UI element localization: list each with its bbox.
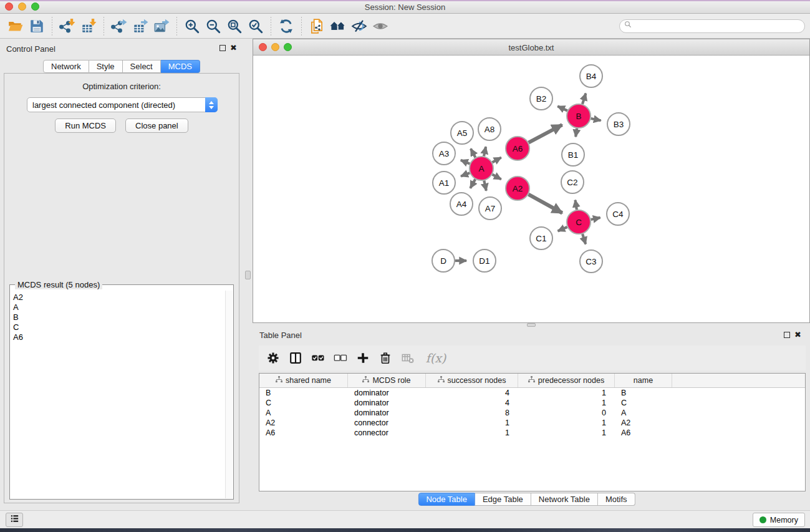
table-row[interactable]: A6connector11A6 <box>259 428 805 438</box>
graph-edge-C-C3[interactable] <box>582 234 586 244</box>
column-header-predecessor-nodes[interactable]: predecessor nodes <box>518 374 615 387</box>
birdseye-view-icon[interactable] <box>370 16 391 36</box>
table-cell[interactable]: 4 <box>426 398 518 408</box>
table-cell[interactable]: connector <box>348 418 426 428</box>
run-mcds-button[interactable]: Run MCDS <box>55 118 116 133</box>
open-session-icon[interactable] <box>5 16 26 36</box>
import-table-icon[interactable] <box>78 16 99 36</box>
toggle-columns-icon[interactable] <box>286 349 305 367</box>
mcds-result-item[interactable]: A <box>13 302 225 312</box>
zoom-fit-icon[interactable] <box>224 16 245 36</box>
home-layout-icon[interactable] <box>327 16 349 36</box>
network-window-titlebar[interactable]: testGlobe.txt <box>253 39 809 56</box>
mcds-result-item[interactable]: B <box>13 312 225 322</box>
table-cell[interactable]: 1 <box>518 388 615 398</box>
graph-edge-A-A5[interactable] <box>471 149 476 158</box>
export-table-icon[interactable] <box>130 16 151 36</box>
network-canvas[interactable]: B4B2BB3A8A5A6A3B1AC2A1A2A4A7C4CC1C3DD1 <box>253 56 809 322</box>
table-row[interactable]: Adominator80A <box>259 408 805 418</box>
zoom-out-icon[interactable] <box>203 16 224 36</box>
table-cell[interactable]: A6 <box>259 428 348 438</box>
tab-select[interactable]: Select <box>123 60 161 73</box>
table-cell[interactable]: A <box>615 408 672 418</box>
graph-edge-B-B4[interactable] <box>582 94 586 104</box>
table-cell[interactable]: 1 <box>426 418 518 428</box>
graph-edge-A-A3[interactable] <box>461 160 470 164</box>
float-panel-icon[interactable] <box>784 332 790 338</box>
result-scrollbar[interactable] <box>225 291 233 498</box>
tab-mcds[interactable]: MCDS <box>161 60 200 73</box>
tab-motifs[interactable]: Motifs <box>598 493 635 506</box>
close-panel-icon[interactable]: ✖ <box>794 330 801 339</box>
table-cell[interactable]: A6 <box>615 428 672 438</box>
refresh-icon[interactable] <box>276 16 297 36</box>
column-header-name[interactable]: name <box>615 374 672 387</box>
tab-network[interactable]: Network <box>43 60 89 73</box>
copy-network-view-icon[interactable] <box>306 16 327 36</box>
tab-style[interactable]: Style <box>89 60 123 73</box>
table-cell[interactable]: 8 <box>426 408 518 418</box>
column-header-MCDS-role[interactable]: MCDS role <box>348 374 426 387</box>
zoom-selected-icon[interactable] <box>245 16 266 36</box>
graph-edge-A-A2[interactable] <box>493 175 501 180</box>
table-cell[interactable]: B <box>615 388 672 398</box>
hide-graphics-details-icon[interactable] <box>349 16 370 36</box>
tab-edge-table[interactable]: Edge Table <box>475 493 531 506</box>
table-cell[interactable]: 1 <box>518 428 615 438</box>
search-input[interactable] <box>634 21 804 32</box>
graph-edge-A-A7[interactable] <box>484 181 486 191</box>
column-header-successor-nodes[interactable]: successor nodes <box>426 374 518 387</box>
select-all-rows-icon[interactable] <box>309 349 327 367</box>
graph-edge-B-B2[interactable] <box>557 106 567 110</box>
table-cell[interactable]: B <box>259 388 348 398</box>
graph-edge-C-C1[interactable] <box>558 227 567 231</box>
table-cell[interactable]: 1 <box>518 418 615 428</box>
save-session-icon[interactable] <box>26 16 47 36</box>
graph-edge-C-C4[interactable] <box>591 218 600 220</box>
float-panel-icon[interactable] <box>219 45 226 51</box>
graph-edge-B-B1[interactable] <box>576 128 577 137</box>
table-cell[interactable]: dominator <box>348 398 426 408</box>
table-row[interactable]: Cdominator41C <box>259 398 805 408</box>
mcds-result-item[interactable]: A6 <box>13 332 225 342</box>
tab-node-table[interactable]: Node Table <box>418 493 475 506</box>
table-cell[interactable]: 0 <box>518 408 615 418</box>
mcds-result-list[interactable]: A2ABCA6 <box>11 291 225 498</box>
table-cell[interactable]: connector <box>348 428 426 438</box>
graph-edge-A2-C[interactable] <box>529 195 562 213</box>
criterion-dropdown[interactable]: largest connected component (directed) <box>27 97 218 112</box>
task-history-button[interactable] <box>6 513 23 527</box>
table-cell[interactable]: C <box>259 398 348 408</box>
close-panel-button[interactable]: Close panel <box>125 118 188 133</box>
table-cell[interactable]: C <box>615 398 672 408</box>
export-network-icon[interactable] <box>108 16 130 36</box>
delete-column-icon[interactable] <box>376 349 395 367</box>
mcds-result-item[interactable]: C <box>13 322 225 332</box>
deselect-all-rows-icon[interactable] <box>331 349 350 367</box>
table-cell[interactable]: dominator <box>348 388 426 398</box>
table-settings-icon[interactable] <box>264 349 282 367</box>
column-header-shared-name[interactable]: shared name <box>259 374 348 387</box>
memory-button[interactable]: Memory <box>753 513 805 527</box>
add-column-icon[interactable] <box>354 349 372 367</box>
divider-grip[interactable] <box>245 271 251 279</box>
table-cell[interactable]: A <box>259 408 348 418</box>
graph-edge-B-B3[interactable] <box>591 118 601 120</box>
graph-edge-A-A6[interactable] <box>493 158 501 163</box>
graph-edge-A-A4[interactable] <box>470 179 475 188</box>
mcds-result-item[interactable]: A2 <box>13 293 225 302</box>
export-image-icon[interactable] <box>151 16 172 36</box>
table-row[interactable]: Bdominator41B <box>259 388 805 398</box>
import-network-icon[interactable] <box>57 16 78 36</box>
table-row[interactable]: A2connector11A2 <box>259 418 805 428</box>
table-cell[interactable]: A2 <box>615 418 672 428</box>
zoom-in-icon[interactable] <box>181 16 203 36</box>
table-cell[interactable]: 1 <box>426 428 518 438</box>
search-field[interactable] <box>619 19 805 33</box>
close-panel-icon[interactable]: ✖ <box>230 43 237 52</box>
graph-edge-A-A1[interactable] <box>461 173 470 176</box>
tab-network-table[interactable]: Network Table <box>531 493 598 506</box>
graph-edge-A-A8[interactable] <box>484 147 486 156</box>
graph-edge-A6-B[interactable] <box>529 125 562 143</box>
table-cell[interactable]: A2 <box>259 418 348 428</box>
